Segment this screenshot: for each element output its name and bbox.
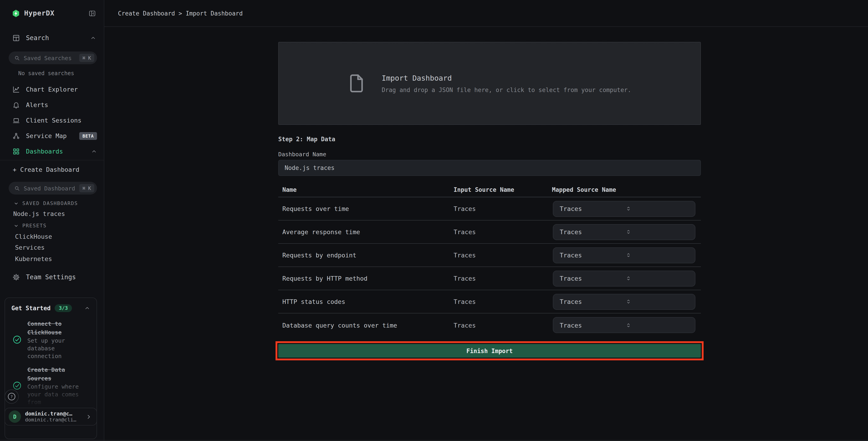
select-chevrons-icon <box>625 298 690 305</box>
import-panel: Import Dashboard Drag and drop a JSON fi… <box>278 42 701 358</box>
search-section-icon <box>12 34 20 42</box>
finish-import-button[interactable]: Finish Import <box>278 344 701 358</box>
shortcut-badge: ⌘ K <box>79 54 94 62</box>
mapped-source-select[interactable]: Traces <box>553 317 695 333</box>
saved-dashboard-item[interactable]: Node.js traces <box>13 210 99 218</box>
create-dashboard-label: + Create Dashboard <box>13 166 80 173</box>
preset-label: Kubernetes <box>15 255 52 262</box>
selected-value: Traces <box>560 298 625 305</box>
column-header-name: Name <box>282 186 454 193</box>
collapse-sidebar-icon[interactable] <box>88 9 96 17</box>
user-menu[interactable]: D dominic.tran@c… dominic.tran@cli… <box>5 408 97 425</box>
no-saved-searches-text: No saved searches <box>18 70 74 77</box>
create-dashboard-button[interactable]: + Create Dashboard <box>0 162 104 177</box>
main-area: Create Dashboard > Import Dashboard Impo… <box>104 0 868 441</box>
dashboards-icon <box>12 147 20 155</box>
preset-item-clickhouse[interactable]: ClickHouse <box>15 233 99 240</box>
selected-value: Traces <box>560 252 625 259</box>
table-row: Database query counts over time Traces T… <box>278 314 701 337</box>
get-started-header[interactable]: Get Started 3/3 <box>11 304 90 312</box>
group-header-label: SAVED DASHBOARDS <box>22 200 78 206</box>
column-header-mapped-source: Mapped Source Name <box>552 186 701 193</box>
dropzone-title: Import Dashboard <box>382 74 631 82</box>
mapped-source-select[interactable]: Traces <box>553 224 695 240</box>
selected-value: Traces <box>560 205 625 212</box>
check-circle-icon <box>12 335 22 345</box>
chart-name-cell: HTTP status codes <box>282 298 454 305</box>
get-started-item-subtitle: Set up your database connection <box>27 337 88 360</box>
sidebar-item-label: Alerts <box>26 101 48 109</box>
dashboard-name-input[interactable] <box>278 160 701 176</box>
saved-searches-input[interactable]: ⌘ K <box>9 52 97 64</box>
get-started-item-text: Connect to ClickHouse Set up your databa… <box>27 319 88 360</box>
search-icon <box>14 185 20 191</box>
table-row: Requests by endpoint Traces Traces <box>278 244 701 267</box>
preset-label: Services <box>15 244 44 251</box>
mapped-source-select[interactable]: Traces <box>553 294 695 310</box>
top-bar: Create Dashboard > Import Dashboard <box>104 0 868 27</box>
sidebar-item-label: Chart Explorer <box>26 86 78 93</box>
import-dropzone[interactable]: Import Dashboard Drag and drop a JSON fi… <box>278 42 701 125</box>
dropzone-subtitle: Drag and drop a JSON file here, or click… <box>382 86 631 93</box>
saved-searches-field[interactable] <box>24 54 75 61</box>
table-row: Requests over time Traces Traces <box>278 197 701 220</box>
input-source-cell: Traces <box>454 228 552 236</box>
divider <box>0 160 104 160</box>
sidebar-item-chart-explorer[interactable]: Chart Explorer <box>0 82 104 97</box>
get-started-item-title: Connect to ClickHouse <box>27 319 88 337</box>
user-email: dominic.tran@cli… <box>25 417 82 423</box>
chart-name-cell: Requests by endpoint <box>282 252 454 259</box>
breadcrumb: Create Dashboard > Import Dashboard <box>118 10 243 17</box>
chart-name-cell: Database query counts over time <box>282 321 454 329</box>
chevron-up-icon <box>91 148 97 154</box>
saved-dashboards-group-header[interactable]: SAVED DASHBOARDS <box>14 200 99 207</box>
sidebar-item-service-map[interactable]: Service Map BETA <box>0 128 104 144</box>
service-map-icon <box>12 132 20 140</box>
user-texts: dominic.tran@c… dominic.tran@cli… <box>25 410 82 423</box>
get-started-title: Get Started <box>11 305 51 312</box>
help-button[interactable]: ? <box>5 389 19 404</box>
mapped-source-select[interactable]: Traces <box>553 201 695 217</box>
saved-dashboards-input[interactable]: ⌘ K <box>9 182 97 195</box>
sidebar-item-label: Dashboards <box>26 148 63 155</box>
search-icon <box>14 55 20 61</box>
selected-value: Traces <box>560 321 625 329</box>
sidebar-item-alerts[interactable]: Alerts <box>0 97 104 113</box>
dashboard-name-label: Dashboard Name <box>278 151 701 158</box>
file-icon <box>348 74 364 93</box>
sidebar-item-label: Service Map <box>26 132 67 139</box>
input-source-cell: Traces <box>454 252 552 259</box>
get-started-item-sources[interactable]: Create Data Sources Configure where your… <box>12 365 90 406</box>
select-chevrons-icon <box>625 275 690 282</box>
click-annotation-highlight: Finish Import <box>278 344 701 358</box>
shortcut-badge: ⌘ K <box>79 184 94 192</box>
select-chevrons-icon <box>625 322 690 328</box>
sidebar-section-search[interactable]: Search <box>0 30 104 46</box>
bell-icon <box>12 101 20 109</box>
selected-value: Traces <box>560 275 625 282</box>
mapped-source-select[interactable]: Traces <box>553 270 695 286</box>
preset-item-services[interactable]: Services <box>15 244 99 252</box>
mapped-source-select[interactable]: Traces <box>553 247 695 263</box>
table-row: Average response time Traces Traces <box>278 220 701 244</box>
preset-item-kubernetes[interactable]: Kubernetes <box>15 255 99 263</box>
chevron-right-icon <box>86 413 92 420</box>
sidebar-item-dashboards[interactable]: Dashboards <box>0 144 104 159</box>
question-mark-glyph: ? <box>10 394 13 399</box>
chevron-up-icon[interactable] <box>84 305 90 311</box>
team-settings-label: Team Settings <box>26 273 76 281</box>
saved-dashboard-label: Node.js traces <box>13 210 65 217</box>
logo-row: HyperDX <box>0 0 104 26</box>
saved-dashboards-field[interactable] <box>24 185 75 192</box>
sidebar-item-client-sessions[interactable]: Client Sessions <box>0 113 104 128</box>
input-source-cell: Traces <box>454 298 552 305</box>
gear-icon <box>12 273 20 281</box>
sidebar-item-label: Client Sessions <box>26 117 82 124</box>
app-title: HyperDX <box>24 9 55 17</box>
presets-group-header[interactable]: PRESETS <box>14 222 99 229</box>
table-header-row: Name Input Source Name Mapped Source Nam… <box>278 182 701 197</box>
sidebar-item-team-settings[interactable]: Team Settings <box>0 269 104 285</box>
chevron-down-icon <box>14 223 19 228</box>
select-chevrons-icon <box>625 252 690 258</box>
get-started-item-connect[interactable]: Connect to ClickHouse Set up your databa… <box>12 319 90 360</box>
